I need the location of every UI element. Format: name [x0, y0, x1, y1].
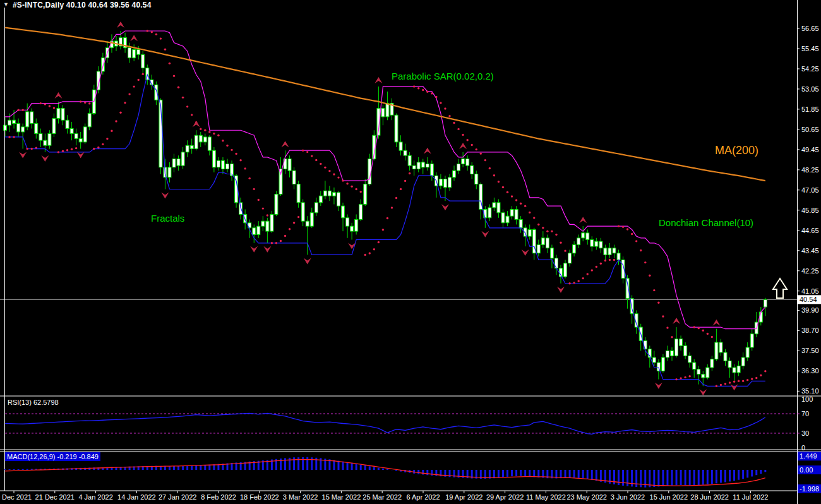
price-tick-label: 41.05 [801, 287, 819, 295]
parabolic-sar-dot [524, 205, 526, 207]
parabolic-sar-dot [493, 174, 495, 176]
date-tick-label[interactable]: 19 Apr 2022 [445, 493, 482, 501]
price-tick-label: 50.65 [801, 126, 819, 133]
candlestick [13, 120, 16, 123]
parabolic-sar-dot [320, 163, 321, 165]
date-tick-label[interactable]: 3 Jun 2022 [611, 493, 645, 501]
parabolic-sar-dot [115, 120, 117, 122]
parabolic-sar-dot [707, 333, 709, 335]
date-tick-label[interactable]: 21 Dec 2021 [35, 493, 75, 501]
candlestick [177, 159, 180, 166]
candlestick [652, 357, 656, 363]
candlestick [608, 248, 611, 255]
date-tick-label[interactable]: 6 Apr 2022 [406, 493, 440, 501]
date-tick-label[interactable]: 15 Mar 2022 [322, 493, 361, 501]
parabolic-sar-dot [435, 96, 437, 98]
candlestick [26, 112, 29, 127]
date-tick-label[interactable]: 14 Jan 2022 [117, 493, 156, 501]
parabolic-sar-dot [760, 375, 762, 376]
parabolic-sar-dot [568, 282, 570, 284]
parabolic-sar-dot [484, 159, 486, 161]
candlestick [128, 48, 131, 58]
parabolic-sar-dot [53, 107, 55, 109]
date-tick-label[interactable]: 27 Jan 2022 [159, 493, 197, 501]
parabolic-sar-dot [102, 143, 104, 145]
price-tick-label: 36.30 [801, 367, 819, 375]
candlestick [212, 150, 215, 167]
candlestick [39, 134, 42, 141]
candlestick [310, 213, 313, 226]
parabolic-sar-dot [657, 301, 659, 303]
candlestick [88, 114, 91, 127]
candlestick [466, 159, 469, 166]
parabolic-sar-dot [698, 327, 700, 329]
candlestick [8, 120, 11, 125]
price-chart-canvas[interactable]: 56.6555.4554.2553.0551.8550.6549.4548.25… [0, 0, 821, 504]
parabolic-sar-dot [17, 109, 19, 111]
parabolic-sar-dot [498, 181, 500, 183]
parabolic-sar-dot [404, 180, 406, 182]
candlestick [582, 233, 585, 238]
candlestick [684, 345, 687, 356]
date-tick-label[interactable]: 18 Feb 2022 [240, 493, 279, 501]
candlestick [359, 204, 363, 219]
candlestick [750, 334, 753, 347]
candlestick [301, 203, 304, 221]
parabolic-sar-dot [267, 214, 268, 216]
parabolic-sar-dot [542, 227, 544, 229]
parabolic-sar-dot [716, 385, 717, 387]
parabolic-sar-dot [684, 376, 686, 378]
parabolic-sar-dot [342, 179, 344, 181]
parabolic-sar-dot [431, 92, 433, 94]
candlestick [577, 238, 580, 245]
date-tick-label[interactable]: 4 Jan 2022 [78, 493, 112, 501]
date-tick-label[interactable]: 11 Jul 2022 [733, 493, 768, 501]
price-tick-label: 47.05 [801, 186, 819, 194]
parabolic-sar-dot [147, 30, 148, 32]
candlestick [70, 129, 73, 134]
parabolic-sar-dot [75, 147, 77, 149]
parabolic-sar-dot [44, 103, 46, 105]
parabolic-sar-dot [337, 176, 339, 178]
candlestick [550, 248, 553, 258]
date-tick-label[interactable]: 28 Jun 2022 [690, 493, 729, 501]
parabolic-sar-dot [49, 105, 51, 107]
candlestick [733, 368, 736, 373]
date-tick-label[interactable]: 25 Mar 2022 [363, 493, 402, 501]
parabolic-sar-dot [738, 380, 740, 382]
date-tick-label[interactable]: 8 Feb 2022 [201, 493, 236, 501]
candlestick [497, 203, 500, 213]
date-tick-label[interactable]: 3 Mar 2022 [283, 493, 318, 501]
candlestick [719, 342, 722, 352]
parabolic-sar-dot [591, 269, 593, 271]
date-tick-label[interactable]: 23 May 2022 [566, 493, 607, 501]
date-tick-label[interactable]: 15 Jun 2022 [650, 493, 688, 501]
candlestick [332, 193, 335, 196]
candlestick [275, 195, 278, 215]
candlestick [48, 134, 51, 146]
date-tick-label[interactable]: 29 Apr 2022 [486, 493, 524, 501]
parabolic-sar-dot [533, 217, 535, 219]
parabolic-sar-dot [62, 150, 64, 152]
rsi-tick-label: 0 [801, 444, 805, 452]
candlestick [44, 140, 47, 145]
parabolic-sar-dot [111, 130, 112, 132]
candlestick [715, 342, 718, 359]
parabolic-sar-dot [346, 183, 348, 184]
candlestick [590, 239, 594, 246]
candlestick [292, 171, 296, 184]
candlestick [75, 134, 78, 139]
parabolic-sar-dot [511, 195, 513, 197]
candlestick [288, 159, 291, 171]
parabolic-sar-dot [93, 148, 95, 150]
candlestick [541, 238, 544, 245]
candlestick [443, 179, 446, 188]
price-tick-label: 45.85 [801, 207, 819, 214]
parabolic-sar-dot [742, 380, 744, 382]
candlestick [702, 375, 705, 378]
date-tick-label[interactable]: 11 May 2022 [526, 493, 566, 501]
parabolic-sar-dot [88, 102, 90, 104]
date-tick-label[interactable]: 9 Dec 2021 [0, 493, 32, 501]
rsi-tick-label: 70 [801, 410, 809, 417]
parabolic-sar-dot [142, 73, 144, 75]
